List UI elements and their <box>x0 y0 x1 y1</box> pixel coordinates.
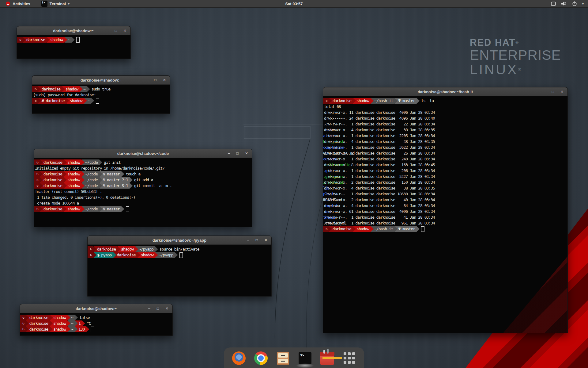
volume-icon[interactable] <box>561 1 567 6</box>
prompt-segment-host: shadow <box>118 246 138 252</box>
terminal-transparency-red <box>503 256 567 333</box>
terminal-body[interactable]: ↻darknoiseshadow~ <box>17 35 130 59</box>
terminal-body[interactable]: ↻darknoiseshadow~false↻darknoiseshadow~1… <box>20 313 172 336</box>
app-grid-dot <box>348 361 351 364</box>
prompt-segment-path: ~/code <box>82 171 102 177</box>
ls-row-meta: -rwxrwxr-x. 1 darknoise darknoise 240 Ja… <box>323 156 567 162</box>
prompt-segment-user: darknoise <box>40 206 67 212</box>
window-titlebar[interactable]: darknoise@shadow:~/code–□✕ <box>34 149 252 158</box>
close-button[interactable]: ✕ <box>165 304 168 313</box>
shell-command: sudo true <box>92 86 110 92</box>
prompt-segment-host: shadow <box>62 86 83 92</box>
display-icon[interactable] <box>551 2 556 6</box>
app-menu-label: Terminal <box>50 2 66 6</box>
ls-row: drwxrwxr-x. 2 darknoise darknoise 26 Jan… <box>323 150 567 156</box>
window-titlebar[interactable]: darknoise@shadow:~–□✕ <box>20 304 172 313</box>
chevron-down-icon: ▾ <box>68 2 70 6</box>
close-button[interactable]: ✕ <box>245 149 248 158</box>
prompt-segment-user: darknoise <box>26 315 53 320</box>
terminal-body[interactable]: ↻darknoiseshadow~/codegit initInitialize… <box>34 158 252 227</box>
running-indicator <box>296 363 314 368</box>
terminal-body[interactable]: ↻darknoiseshadow~/bash-itΨ masterls -lat… <box>323 96 567 333</box>
window-titlebar[interactable]: darknoise@shadow:~/pyapp–□✕ <box>88 236 271 245</box>
terminal-prompt-line: ↻darknoiseshadow~130 <box>20 326 172 332</box>
chrome-icon <box>254 351 268 365</box>
window-titlebar[interactable]: darknoise@shadow:~–□✕ <box>32 76 170 85</box>
window-controls: –□✕ <box>146 76 170 84</box>
ls-row-meta: drwxrwxr-x. 4 darknoise darknoise 38 Jan… <box>323 139 567 144</box>
terminal-prompt-line: ↻darknoiseshadow~/codeΨ mastertouch a <box>34 171 252 177</box>
maximize-button[interactable]: □ <box>552 87 554 96</box>
top-bar-left: Activities $> Terminal ▾ <box>0 0 72 7</box>
prompt-segment-host: shadow <box>353 226 374 232</box>
terminal-output-line: Initialized empty Git repository in /hom… <box>34 165 252 171</box>
app-menu-terminal[interactable]: $> Terminal ▾ <box>39 0 72 7</box>
minimize-button[interactable]: – <box>148 304 150 313</box>
shell-cursor <box>179 252 183 258</box>
minimize-button[interactable]: – <box>146 76 148 84</box>
ls-row-meta: -rw-rw-r--. 1 darknoise darknoise 22 Jan… <box>323 121 567 127</box>
terminal-prompt-line: ↻◑ pyappdarknoiseshadow~/pyapp <box>88 252 271 258</box>
window-titlebar[interactable]: darknoise@shadow:~/bash-it–□✕ <box>323 87 567 96</box>
clock[interactable]: Sat 03:57 <box>285 2 303 6</box>
prompt-segment-host: shadow <box>50 320 70 326</box>
brand-line-3: LINUX® <box>470 62 561 77</box>
dock-item-toolbox[interactable] <box>320 351 334 365</box>
ls-row-meta: drwxrwxr-x. 2 darknoise darknoise 150 Ja… <box>323 179 567 185</box>
shell-command: ^C <box>87 320 91 326</box>
maximize-button[interactable]: □ <box>157 304 159 313</box>
minimize-button[interactable]: – <box>228 149 230 158</box>
ls-row: -rwxrwxr-x. 1 darknoise darknoise 5327 J… <box>323 174 567 179</box>
terminal-app-icon: $> <box>41 1 47 7</box>
shell-command: ls -la <box>421 98 434 104</box>
minimize-button[interactable]: – <box>543 87 545 96</box>
ls-row: drwxrwxr-x. 4 darknoise darknoise 38 Jan… <box>323 127 567 133</box>
firefox-icon <box>232 351 246 365</box>
prompt-segment-user: darknoise <box>40 171 67 177</box>
shell-command: source bin/activate <box>160 246 199 252</box>
activities-button[interactable]: Activities <box>3 0 33 7</box>
minimize-button[interactable]: – <box>106 26 108 35</box>
ls-row-meta: -rw-rw-r--. 1 darknoise darknoise 18630 … <box>323 191 567 197</box>
shell-command: touch a <box>126 171 141 177</box>
ls-row-meta: drwxrwxr-x. 11 darknoise darknoise 4096 … <box>323 109 567 115</box>
dock-item-firefox[interactable] <box>232 351 246 365</box>
close-button[interactable]: ✕ <box>560 87 564 96</box>
maximize-button[interactable]: □ <box>256 236 258 244</box>
power-icon[interactable] <box>572 1 577 6</box>
maximize-button[interactable]: □ <box>154 76 156 84</box>
dock-item-terminal[interactable]: $> <box>298 351 312 365</box>
terminal-body[interactable]: ↻darknoiseshadow~/pyappsource bin/activa… <box>88 245 271 297</box>
prompt-segment-branch: Ψ master <box>100 171 124 177</box>
ls-row: -rwxrwxr-x. 1 darknoise darknoise 2205 J… <box>323 133 567 139</box>
prompt-segment-path: ~/bash-it <box>371 98 398 104</box>
close-button[interactable]: ✕ <box>163 76 166 84</box>
dock-item-chrome[interactable] <box>254 351 268 365</box>
ls-row: -rw-rw-r--. 1 darknoise darknoise 22 Jan… <box>323 121 567 127</box>
terminal-output-text: [master (root-commit) 50bcb63] . <box>34 189 252 194</box>
dock-item-appgrid[interactable] <box>342 351 356 365</box>
prompt-segment-branch: Ψ master S:1 <box>100 183 133 189</box>
dock-item-files[interactable] <box>276 351 290 365</box>
close-button[interactable]: ✕ <box>264 236 267 244</box>
ls-row: -rwxrwxr-x. 1 darknoise darknoise 961 Ja… <box>323 220 567 226</box>
window-titlebar[interactable]: darknoise@shadow:~–□✕ <box>17 26 130 35</box>
ls-row: drwxrwxr-x. 11 darknoise darknoise 4096 … <box>323 109 567 115</box>
ls-row-meta: -rwxrwxr-x. 1 darknoise darknoise 206 Ja… <box>323 168 567 174</box>
minimize-button[interactable]: – <box>247 236 249 244</box>
terminal-output-text: create mode 100644 a <box>34 200 252 206</box>
prompt-segment-user: darknoise <box>40 159 67 165</box>
prompt-segment-host: shadow <box>64 159 85 165</box>
terminal-window-t6: darknoise@shadow:~/bash-it–□✕↻darknoises… <box>323 87 568 333</box>
tray-chevron-down-icon[interactable]: ▾ <box>582 2 584 6</box>
close-button[interactable]: ✕ <box>123 26 126 35</box>
app-grid-dot <box>348 357 351 359</box>
prompt-segment-venv: ◑ pyapp <box>94 252 116 258</box>
prompt-segment-branch: Ψ master <box>395 98 420 104</box>
maximize-button[interactable]: □ <box>236 149 239 158</box>
ls-row: drwxrwxr-x. 4 darknoise darknoise 38 Jan… <box>323 185 567 191</box>
prompt-segment-user: darknoise <box>329 226 356 232</box>
terminal-body[interactable]: ↻darknoiseshadow~sudo true[sudo] passwor… <box>32 85 170 114</box>
terminal-icon: $> <box>299 352 311 364</box>
maximize-button[interactable]: □ <box>115 26 117 35</box>
